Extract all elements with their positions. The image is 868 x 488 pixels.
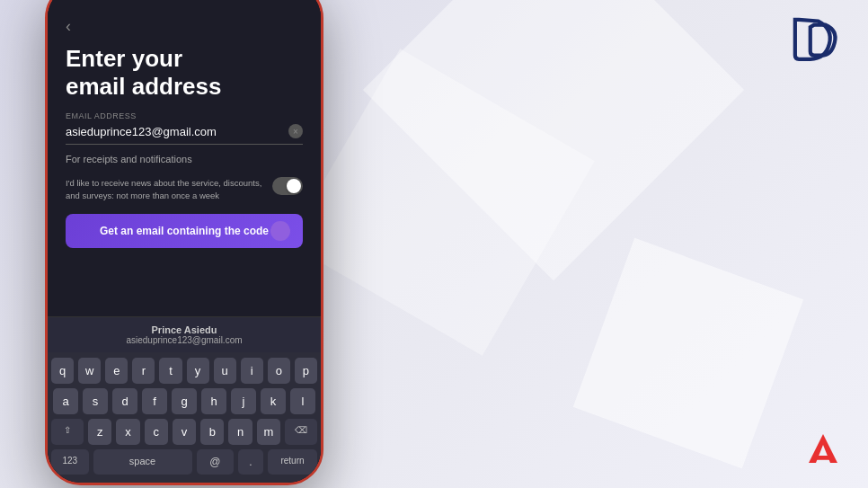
keyboard: q w e r t y u i o p a s d f g	[48, 352, 321, 483]
email-input[interactable]: asieduprince123@gmail.com	[66, 125, 288, 138]
key-h[interactable]: h	[201, 388, 226, 414]
shift-key[interactable]: ⇧	[51, 419, 84, 445]
hint-text: For receipts and notifications	[66, 154, 303, 164]
key-u[interactable]: u	[214, 358, 236, 384]
key-y[interactable]: y	[187, 358, 209, 384]
key-m[interactable]: m	[257, 419, 280, 445]
keyboard-row-3: ⇧ z x c v b n m ⌫	[51, 419, 317, 445]
key-r[interactable]: r	[132, 358, 155, 384]
key-g[interactable]: g	[172, 388, 197, 414]
key-n[interactable]: n	[228, 419, 252, 445]
key-z[interactable]: z	[88, 419, 111, 445]
key-i[interactable]: i	[241, 358, 263, 384]
form-area: EMAIL ADDRESS asieduprince123@gmail.com …	[48, 111, 321, 316]
newsletter-toggle-row: I'd like to receive news about the servi…	[66, 177, 303, 201]
key-e[interactable]: e	[105, 358, 128, 384]
keyboard-row-4: 123 space @ . return	[51, 449, 317, 475]
clear-button[interactable]: ×	[288, 124, 303, 138]
key-a[interactable]: a	[53, 388, 78, 414]
cta-button[interactable]: Get an email containing the code	[66, 214, 303, 248]
key-v[interactable]: v	[173, 419, 196, 445]
back-button[interactable]: ‹	[66, 17, 303, 36]
key-p[interactable]: p	[295, 358, 317, 384]
autofill-email: asieduprince123@gmail.com	[126, 335, 242, 345]
key-t[interactable]: t	[159, 358, 182, 384]
keyboard-row-1: q w e r t y u i o p	[51, 358, 317, 384]
autofill-suggestion[interactable]: Prince Asiedu asieduprince123@gmail.com	[48, 316, 321, 352]
email-field-label: EMAIL ADDRESS	[66, 111, 303, 120]
space-key[interactable]: space	[93, 449, 192, 475]
newsletter-toggle[interactable]	[272, 177, 303, 195]
page-title: Enter your email address	[66, 45, 303, 101]
keyboard-row-2: a s d f g h j k l	[51, 388, 317, 414]
phone-screen: ‹ Enter your email address EMAIL ADDRESS…	[48, 0, 321, 483]
return-key[interactable]: return	[268, 449, 317, 475]
email-input-row[interactable]: asieduprince123@gmail.com ×	[66, 124, 303, 145]
bg-decor-3	[573, 238, 803, 468]
phone-device: ‹ Enter your email address EMAIL ADDRESS…	[45, 0, 323, 485]
logo-top-right	[787, 13, 841, 67]
toggle-label: I'd like to receive news about the servi…	[66, 177, 263, 201]
numbers-key[interactable]: 123	[51, 449, 89, 475]
key-l[interactable]: l	[290, 388, 315, 414]
key-k[interactable]: k	[261, 388, 286, 414]
svg-rect-1	[816, 456, 830, 460]
key-q[interactable]: q	[51, 358, 74, 384]
key-o[interactable]: o	[268, 358, 290, 384]
app-header: ‹ Enter your email address	[48, 10, 321, 111]
dot-key[interactable]: .	[238, 449, 263, 475]
key-x[interactable]: x	[116, 419, 139, 445]
key-c[interactable]: c	[145, 419, 168, 445]
delete-key[interactable]: ⌫	[285, 419, 317, 445]
autofill-name: Prince Asiedu	[152, 324, 217, 335]
key-j[interactable]: j	[231, 388, 256, 414]
key-w[interactable]: w	[78, 358, 101, 384]
at-key[interactable]: @	[197, 449, 235, 475]
key-f[interactable]: f	[142, 388, 167, 414]
status-bar	[48, 0, 321, 10]
key-b[interactable]: b	[200, 419, 224, 445]
key-d[interactable]: d	[112, 388, 137, 414]
key-s[interactable]: s	[83, 388, 108, 414]
logo-bottom-right	[805, 430, 841, 470]
toggle-knob	[287, 179, 301, 193]
